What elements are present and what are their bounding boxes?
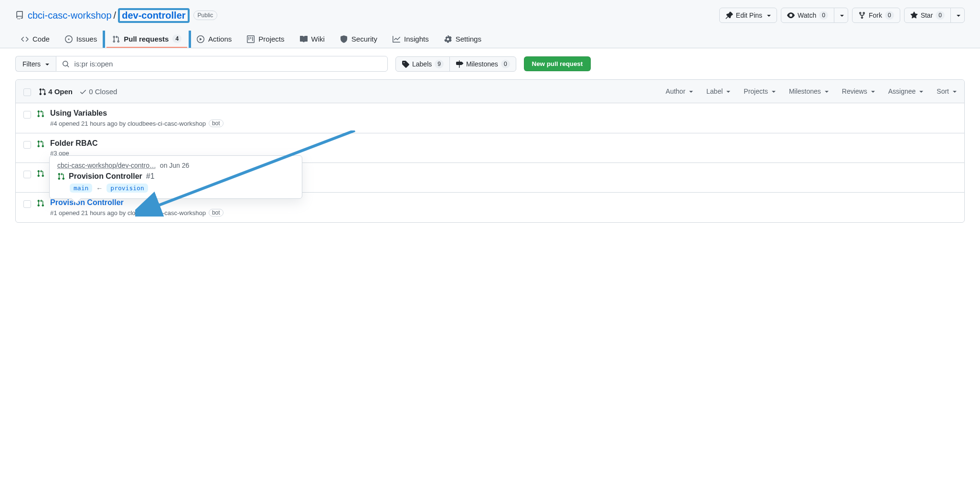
pr-meta: #4 opened 21 hours ago by cloudbees-ci-c… [50, 120, 206, 127]
book-icon [300, 35, 308, 43]
breadcrumb: cbci-casc-workshop / dev-controller [28, 10, 190, 21]
repo-link[interactable]: dev-controller [122, 10, 185, 21]
hovercard-repo-path[interactable]: cbci-casc-workshop/dev-contro… [57, 162, 156, 169]
pull-request-open-icon [57, 172, 65, 181]
hovercard-date: on Jun 26 [160, 162, 190, 169]
filter-assignee[interactable]: Assignee [888, 87, 924, 95]
pr-list: 4 Open 0 Closed Author Label Projects Mi… [15, 79, 965, 223]
arrow-left-icon: ← [96, 184, 103, 192]
repo-icon [15, 11, 24, 20]
filter-author[interactable]: Author [666, 87, 693, 95]
caret-down-icon [43, 60, 49, 68]
pr-title-link[interactable]: Using Variables [50, 109, 107, 117]
hovercard-title: Provision Controller [69, 172, 142, 181]
row-checkbox[interactable] [23, 111, 31, 119]
tab-settings[interactable]: Settings [438, 31, 487, 48]
code-icon [21, 35, 29, 43]
hovercard-number: #1 [146, 172, 155, 181]
fork-button[interactable]: Fork 0 [852, 8, 900, 23]
pull-request-open-icon [37, 110, 44, 127]
project-icon [247, 35, 255, 43]
closed-tab[interactable]: 0 Closed [79, 87, 117, 96]
filter-sort[interactable]: Sort [937, 87, 957, 95]
shield-icon [340, 35, 348, 43]
caret-down-icon [838, 11, 844, 20]
select-all-checkbox[interactable] [23, 88, 31, 96]
star-button[interactable]: Star 0 [904, 8, 951, 23]
filter-milestones[interactable]: Milestones [789, 87, 829, 95]
open-tab[interactable]: 4 Open [39, 87, 73, 96]
visibility-badge: Public [193, 11, 218, 20]
pull-request-icon [112, 35, 120, 43]
tab-projects[interactable]: Projects [241, 31, 290, 48]
head-branch-pill[interactable]: provision [107, 184, 148, 193]
tab-insights[interactable]: Insights [387, 31, 435, 48]
pr-meta: #1 opened 21 hours ago by cloudbees-ci-c… [50, 209, 206, 217]
row-checkbox[interactable] [23, 141, 31, 149]
pr-row: Using Variables #4 opened 21 hours ago b… [16, 103, 964, 133]
tab-code[interactable]: Code [15, 31, 55, 48]
new-pull-request-button[interactable]: New pull request [524, 56, 591, 71]
pr-hovercard: cbci-casc-workshop/dev-contro… on Jun 26… [49, 155, 302, 199]
tag-icon [402, 60, 409, 68]
base-branch-pill[interactable]: main [70, 184, 92, 193]
search-icon [62, 60, 69, 68]
row-checkbox[interactable] [23, 200, 31, 208]
pull-request-icon [39, 88, 46, 96]
repo-tabs: Code Issues Pull requests 4 Actions Proj… [15, 31, 965, 48]
pr-title-link[interactable]: Folder RBAC [50, 139, 98, 147]
pull-request-open-icon [37, 170, 44, 186]
tab-pull-requests[interactable]: Pull requests 4 [107, 31, 187, 48]
tab-security[interactable]: Security [334, 31, 383, 48]
caret-down-icon [955, 11, 960, 20]
pull-request-open-icon [37, 140, 44, 157]
filter-label[interactable]: Label [706, 87, 730, 95]
labels-button[interactable]: Labels 9 [395, 56, 450, 72]
watch-menu-button[interactable] [834, 8, 848, 23]
issue-icon [65, 35, 73, 43]
search-input-wrapper[interactable] [56, 56, 388, 72]
tab-wiki[interactable]: Wiki [294, 31, 330, 48]
bot-badge: bot [209, 119, 224, 127]
star-menu-button[interactable] [950, 8, 965, 23]
tab-issues[interactable]: Issues [59, 31, 103, 48]
graph-icon [393, 35, 400, 43]
caret-down-icon [765, 11, 771, 20]
pr-title-link[interactable]: Provision Controller [50, 198, 124, 206]
gear-icon [444, 35, 452, 43]
filters-button[interactable]: Filters [15, 56, 56, 72]
tab-actions[interactable]: Actions [191, 31, 237, 48]
play-icon [197, 35, 204, 43]
row-checkbox[interactable] [23, 171, 31, 178]
bot-badge: bot [209, 209, 224, 217]
filter-reviews[interactable]: Reviews [842, 87, 875, 95]
milestone-icon [456, 60, 463, 68]
check-icon [79, 88, 87, 96]
search-input[interactable] [74, 59, 382, 68]
pull-request-open-icon [37, 199, 44, 217]
pr-row: Provision Controller #1 opened 21 hours … [16, 193, 964, 222]
edit-pins-button[interactable]: Edit Pins [719, 8, 777, 23]
milestones-button[interactable]: Milestones 0 [449, 56, 516, 72]
owner-link[interactable]: cbci-casc-workshop [28, 10, 112, 21]
filter-projects[interactable]: Projects [744, 87, 776, 95]
watch-button[interactable]: Watch 0 [781, 8, 834, 23]
highlight-repo-name: dev-controller [118, 8, 189, 23]
